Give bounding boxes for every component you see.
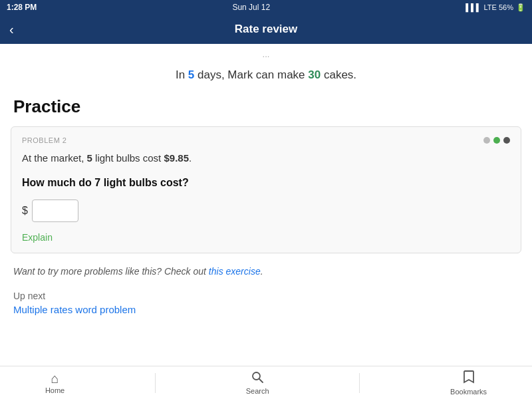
search-icon: [251, 370, 264, 386]
breadcrumb-text: ...: [263, 49, 270, 59]
signal-icon: ▌▌▌: [466, 3, 481, 11]
answer-row: $: [22, 200, 510, 222]
problem-number: PROBLEM 2: [22, 136, 66, 144]
summary-suffix: cakes.: [321, 68, 356, 81]
problem-text-suffix: .: [189, 152, 192, 164]
problem-text-middle: light bulbs cost: [92, 152, 164, 164]
try-more-link-text: this exercise: [209, 266, 261, 277]
battery-icon: 🔋: [516, 3, 525, 12]
up-next-label: Up next: [13, 291, 519, 301]
status-time: 1:28 PM: [7, 3, 37, 12]
dot-2: [493, 137, 500, 144]
practice-heading: Practice: [0, 91, 532, 126]
problem-label: PROBLEM 2: [22, 136, 510, 144]
svg-point-0: [253, 372, 260, 380]
header: ‹ Rate review: [0, 15, 532, 44]
dollar-sign: $: [22, 205, 28, 217]
home-icon: ⌂: [51, 372, 59, 385]
nav-bookmarks[interactable]: Bookmarks: [450, 370, 487, 396]
try-more-suffix: .: [261, 266, 263, 277]
this-exercise-link[interactable]: this exercise: [209, 266, 261, 277]
nav-home[interactable]: ⌂ Home: [45, 372, 65, 394]
answer-input[interactable]: [32, 200, 78, 222]
header-title: Rate review: [235, 23, 298, 36]
breadcrumb: ...: [0, 44, 532, 62]
dot-3: [503, 137, 510, 144]
problem-bulbs: 5: [87, 152, 92, 164]
progress-dots: [483, 137, 510, 144]
search-label: Search: [246, 387, 269, 395]
summary-cakes: 30: [308, 68, 321, 81]
dot-1: [483, 137, 490, 144]
main-content: ... In 5 days, Mark can make 30 cakes. P…: [0, 44, 532, 366]
status-date: Sun Jul 12: [232, 3, 270, 12]
nav-divider-1: [155, 373, 156, 393]
bottom-nav: ⌂ Home Search Bookmarks: [0, 366, 532, 399]
try-more-text: Want to try more problems like this? Che…: [13, 266, 209, 277]
status-bar: 1:28 PM Sun Jul 12 ▌▌▌ LTE 56% 🔋: [0, 0, 532, 15]
nav-divider-2: [359, 373, 360, 393]
problem-text: At the market, 5 light bulbs cost $9.85.: [22, 151, 510, 166]
summary-line: In 5 days, Mark can make 30 cakes.: [0, 62, 532, 91]
bookmarks-label: Bookmarks: [450, 388, 487, 396]
home-label: Home: [45, 386, 65, 394]
bookmarks-icon: [463, 370, 475, 386]
summary-prefix: In: [176, 68, 188, 81]
nav-search[interactable]: Search: [246, 370, 269, 395]
lte-label: LTE 56%: [484, 3, 513, 11]
summary-middle: days, Mark can make: [194, 68, 308, 81]
status-signal: ▌▌▌ LTE 56% 🔋: [466, 3, 525, 12]
problem-question: How much do 7 light bulbs cost?: [22, 177, 510, 189]
try-more-section: Want to try more problems like this? Che…: [0, 253, 532, 285]
problem-card: PROBLEM 2 At the market, 5 light bulbs c…: [11, 126, 521, 253]
up-next-link[interactable]: Multiple rates word problem: [13, 304, 136, 315]
explain-link[interactable]: Explain: [22, 232, 53, 243]
back-button[interactable]: ‹: [9, 22, 14, 37]
up-next-section: Up next Multiple rates word problem: [0, 285, 532, 323]
problem-price: $9.85: [164, 152, 189, 164]
svg-line-1: [259, 379, 263, 382]
problem-text-prefix: At the market,: [22, 152, 87, 164]
summary-days: 5: [188, 68, 194, 81]
